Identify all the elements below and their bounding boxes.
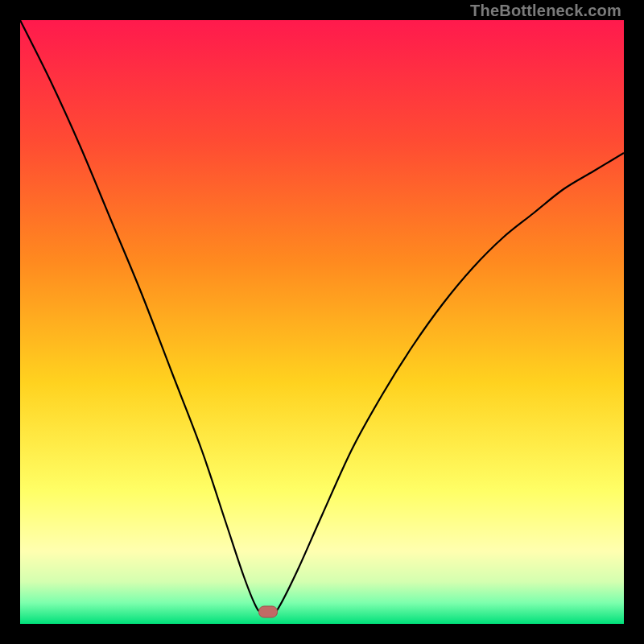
optimal-point-marker [258,606,278,618]
plot-area [20,20,624,624]
chart-frame: TheBottleneck.com [0,0,644,644]
watermark-text: TheBottleneck.com [470,2,621,20]
bottleneck-curve [20,20,624,624]
